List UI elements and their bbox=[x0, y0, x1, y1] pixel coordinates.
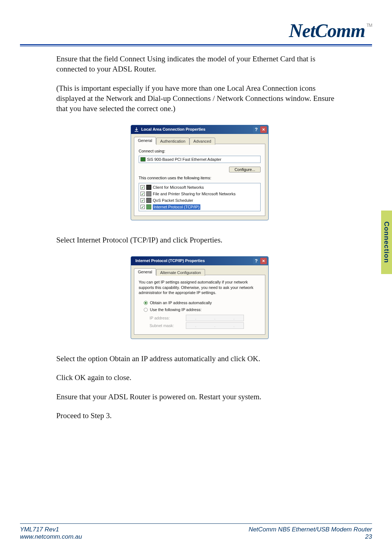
item-label: File and Printer Sharing for Microsoft N… bbox=[153, 191, 236, 197]
radio-use-following[interactable]: Use the following IP address: bbox=[144, 307, 261, 313]
checkbox-icon[interactable] bbox=[140, 192, 145, 196]
list-item: Client for Microsoft Networks bbox=[140, 184, 259, 191]
dialog-titlebar: Internet Protocol (TCP/IP) Properties ? … bbox=[131, 257, 268, 265]
paragraph-intro-2: (This is important especially if you hav… bbox=[56, 83, 343, 114]
footer-url: www.netcomm.com.au bbox=[20, 533, 82, 540]
paragraph-intro-1: Ensure that the field Connect Using indi… bbox=[56, 54, 343, 74]
section-tab: Connection bbox=[381, 211, 392, 274]
tab-panel: You can get IP settings assigned automat… bbox=[134, 275, 265, 335]
product-name: NetComm NB5 Ethernet/USB Modem Router bbox=[249, 526, 372, 533]
paragraph-proceed: Proceed to Step 3. bbox=[56, 411, 343, 421]
tabs-row: General Alternate Configuration bbox=[131, 265, 268, 276]
page-number: 23 bbox=[249, 533, 372, 540]
list-item: File and Printer Sharing for Microsoft N… bbox=[140, 191, 259, 197]
paragraph-power-restart: Ensure that your ADSL Router is powered … bbox=[56, 392, 343, 402]
ip-address-label: IP address: bbox=[150, 315, 182, 321]
items-label: This connection uses the following items… bbox=[139, 175, 261, 181]
logo-text: NetComm bbox=[289, 20, 365, 41]
tcpip-properties-dialog: Internet Protocol (TCP/IP) Properties ? … bbox=[131, 256, 269, 339]
lan-properties-dialog: Local Area Connection Properties ? × Gen… bbox=[131, 125, 269, 221]
connection-icon bbox=[134, 127, 139, 132]
subnet-mask-label: Subnet mask: bbox=[150, 323, 182, 328]
radio-label: Use the following IP address: bbox=[150, 307, 201, 313]
dialog-title: Internet Protocol (TCP/IP) Properties bbox=[134, 258, 253, 264]
checkbox-icon[interactable] bbox=[140, 185, 145, 189]
header-rule bbox=[20, 44, 372, 46]
paragraph-click-ok: Click OK again to close. bbox=[56, 372, 343, 383]
item-label: QoS Packet Scheduler bbox=[153, 198, 193, 203]
subnet-mask-field: ... bbox=[186, 322, 244, 329]
list-item: Internet Protocol (TCP/IP) bbox=[140, 204, 259, 210]
dialog-titlebar: Local Area Connection Properties ? × bbox=[131, 125, 268, 134]
print-share-icon bbox=[146, 191, 151, 196]
brand-logo: NetComm TM bbox=[289, 20, 372, 41]
connect-using-label: Connect using: bbox=[139, 148, 261, 154]
help-button[interactable]: ? bbox=[253, 126, 260, 133]
items-listbox[interactable]: Client for Microsoft Networks File and P… bbox=[139, 183, 261, 211]
tcpip-icon bbox=[146, 204, 151, 209]
qos-icon bbox=[146, 198, 151, 203]
body-content: Ensure that the field Connect Using indi… bbox=[56, 54, 343, 421]
client-icon bbox=[146, 185, 151, 190]
radio-label: Obtain an IP address automatically bbox=[150, 300, 212, 306]
dialog-title: Local Area Connection Properties bbox=[141, 127, 253, 132]
configure-button[interactable]: Configure... bbox=[229, 167, 261, 172]
list-item: QoS Packet Scheduler bbox=[140, 197, 259, 204]
nic-icon bbox=[140, 157, 146, 162]
adapter-name: SiS 900-Based PCI Fast Ethernet Adapter bbox=[147, 157, 221, 162]
checkbox-icon[interactable] bbox=[140, 198, 145, 203]
radio-on-icon bbox=[144, 301, 148, 305]
item-label-selected: Internet Protocol (TCP/IP) bbox=[153, 204, 200, 210]
tab-advanced[interactable]: Advanced bbox=[189, 138, 215, 145]
page-footer: YML717 Rev1 www.netcomm.com.au NetComm N… bbox=[20, 523, 372, 540]
adapter-field[interactable]: SiS 900-Based PCI Fast Ethernet Adapter bbox=[139, 156, 261, 163]
footer-rule bbox=[20, 523, 372, 524]
close-button[interactable]: × bbox=[260, 258, 267, 264]
checkbox-icon[interactable] bbox=[140, 205, 145, 209]
tab-alternate-config[interactable]: Alternate Configuration bbox=[156, 269, 205, 276]
paragraph-select-tcpip: Select Internet Protocol (TCP/IP) and cl… bbox=[56, 235, 343, 245]
radio-off-icon bbox=[144, 308, 148, 312]
info-text: You can get IP settings assigned automat… bbox=[139, 279, 261, 295]
tab-authentication[interactable]: Authentication bbox=[156, 138, 189, 145]
doc-id: YML717 Rev1 bbox=[20, 526, 82, 533]
section-tab-label: Connection bbox=[383, 221, 391, 263]
tab-panel: Connect using: SiS 900-Based PCI Fast Et… bbox=[134, 144, 265, 216]
ip-address-field: ... bbox=[186, 315, 244, 321]
tab-general[interactable]: General bbox=[134, 268, 156, 276]
logo-tm: TM bbox=[367, 23, 372, 28]
paragraph-obtain-auto: Select the option Obtain an IP address a… bbox=[56, 354, 343, 364]
ip-fields-group: IP address: ... Subnet mask: ... bbox=[150, 315, 261, 329]
radio-obtain-auto[interactable]: Obtain an IP address automatically bbox=[144, 300, 261, 306]
tab-general[interactable]: General bbox=[134, 137, 156, 144]
close-button[interactable]: × bbox=[260, 126, 267, 133]
item-label: Client for Microsoft Networks bbox=[153, 185, 204, 190]
tabs-row: General Authentication Advanced bbox=[131, 134, 268, 144]
help-button[interactable]: ? bbox=[253, 258, 260, 264]
